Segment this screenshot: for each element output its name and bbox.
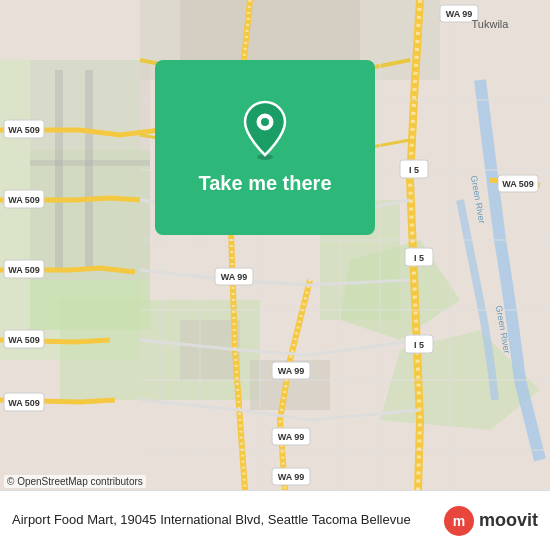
take-me-there-label: Take me there [198,172,331,195]
osm-attribution: © OpenStreetMap contributors [4,475,146,488]
svg-text:WA 99: WA 99 [278,472,305,482]
address-text: Airport Food Mart, 19045 International B… [12,511,443,529]
svg-rect-8 [180,0,360,60]
svg-text:m: m [453,513,465,529]
address-container: Airport Food Mart, 19045 International B… [12,511,443,529]
svg-text:WA 99: WA 99 [221,272,248,282]
svg-text:I 5: I 5 [414,340,424,350]
map-container: WA 509 WA 509 WA 509 WA 509 WA 509 WA 99… [0,0,550,490]
svg-text:I 5: I 5 [409,165,419,175]
svg-text:WA 509: WA 509 [8,398,40,408]
svg-text:WA 509: WA 509 [8,195,40,205]
svg-text:WA 509: WA 509 [8,335,40,345]
svg-text:WA 99: WA 99 [278,432,305,442]
location-pin-icon [240,100,290,160]
svg-point-52 [261,118,269,126]
svg-rect-10 [55,70,63,270]
bottom-bar: Airport Food Mart, 19045 International B… [0,490,550,550]
svg-text:WA 509: WA 509 [8,265,40,275]
svg-rect-12 [30,160,150,166]
moovit-brand-icon: m [443,505,475,537]
take-me-there-button[interactable]: Take me there [155,60,375,235]
svg-text:I 5: I 5 [414,253,424,263]
svg-text:WA 509: WA 509 [502,179,534,189]
svg-text:Tukwila: Tukwila [472,18,510,30]
moovit-logo: m moovit [443,505,538,537]
moovit-brand-text: moovit [479,510,538,531]
svg-rect-11 [85,70,93,270]
svg-text:WA 99: WA 99 [278,366,305,376]
svg-text:WA 509: WA 509 [8,125,40,135]
svg-text:WA 99: WA 99 [446,9,473,19]
